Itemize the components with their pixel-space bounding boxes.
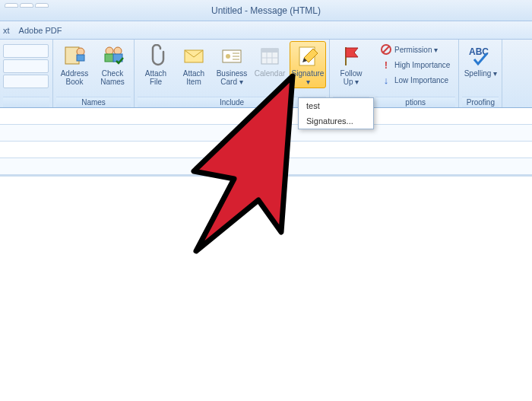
group-label: ptions (375, 97, 455, 107)
ribbon-group-names: Address Book Check Names Names (53, 40, 135, 107)
signature-dropdown: test Signatures... (298, 97, 374, 129)
calendar-icon (258, 43, 282, 68)
low-importance-button[interactable]: ↓ Low Importance (377, 73, 454, 87)
address-book-button[interactable]: Address Book (56, 41, 93, 88)
message-body[interactable] (0, 175, 532, 401)
high-importance-button[interactable]: ! High Importance (377, 58, 454, 72)
browser-tab[interactable] (5, 3, 18, 8)
address-book-icon (62, 43, 87, 68)
button-label: Calendar (255, 69, 286, 78)
button-label: Attach File (139, 69, 173, 86)
group-label (3, 97, 49, 107)
ribbon-group-proofing: ABC Spelling ▾ Proofing (459, 40, 502, 107)
check-names-button[interactable]: Check Names (94, 41, 131, 88)
svg-rect-2 (77, 55, 84, 61)
menu-item[interactable]: Adobe PDF (19, 26, 62, 35)
signature-menu-item[interactable]: test (299, 98, 373, 113)
down-arrow-icon: ↓ (381, 75, 391, 85)
spelling-icon: ABC (468, 43, 492, 68)
group-label: Proofing (462, 97, 499, 107)
field-row[interactable] (0, 158, 532, 175)
browser-tab[interactable] (20, 3, 33, 8)
button-label: Spelling ▾ (464, 69, 497, 78)
svg-line-21 (383, 46, 389, 53)
field-row[interactable] (0, 142, 532, 158)
permission-icon (381, 44, 391, 55)
clipboard-row[interactable] (3, 44, 49, 58)
ribbon-group-options: Permission ▾ ! High Importance ↓ Low Imp… (372, 40, 459, 107)
attach-item-button[interactable]: Attach Item (176, 41, 212, 88)
flag-icon (339, 43, 363, 68)
envelope-icon (182, 43, 206, 68)
field-row[interactable] (0, 125, 532, 142)
window-title: Untitled - Message (HTML) (211, 5, 321, 16)
signature-button[interactable]: Signature ▾ (290, 41, 326, 88)
menu-bar: xt Adobe PDF (0, 21, 532, 40)
signature-menu-item-signatures[interactable]: Signatures... (299, 113, 373, 129)
signature-icon (296, 43, 320, 68)
menu-item[interactable]: xt (3, 26, 10, 35)
business-card-button[interactable]: Business Card ▾ (214, 41, 250, 88)
clipboard-toggles (3, 41, 49, 91)
button-label: Signature ▾ (291, 69, 325, 86)
title-bar: Untitled - Message (HTML) (0, 0, 532, 21)
button-label: Address Book (58, 69, 91, 86)
attach-file-button[interactable]: Attach File (138, 41, 174, 88)
button-label: Low Importance (394, 76, 448, 84)
browser-tabs (5, 3, 49, 8)
compose-header (0, 108, 532, 175)
check-names-icon (100, 43, 125, 68)
clipboard-row[interactable] (3, 75, 49, 88)
follow-up-button[interactable]: Follow Up ▾ (333, 41, 369, 88)
calendar-button[interactable]: Calendar (252, 41, 288, 80)
button-label: Business Card ▾ (215, 69, 249, 86)
clipboard-row[interactable] (3, 59, 49, 73)
field-row[interactable] (0, 108, 532, 125)
group-label: Names (56, 97, 131, 107)
spelling-button[interactable]: ABC Spelling ▾ (462, 41, 499, 80)
business-card-icon (220, 43, 244, 68)
exclamation-icon: ! (381, 59, 391, 70)
svg-rect-4 (105, 54, 114, 62)
button-label: Follow Up ▾ (334, 69, 368, 86)
button-label: High Importance (394, 61, 450, 69)
button-label: Check Names (96, 69, 129, 86)
permission-button[interactable]: Permission ▾ (377, 43, 454, 56)
button-label: Permission ▾ (394, 46, 438, 54)
ribbon: Address Book Check Names Names Attach Fi… (0, 40, 532, 108)
svg-point-9 (226, 54, 230, 59)
svg-rect-14 (261, 49, 278, 53)
button-label: Attach Item (177, 69, 211, 86)
browser-tab[interactable] (35, 3, 49, 8)
ribbon-group-clipboard (0, 40, 53, 107)
paperclip-icon (144, 43, 168, 68)
